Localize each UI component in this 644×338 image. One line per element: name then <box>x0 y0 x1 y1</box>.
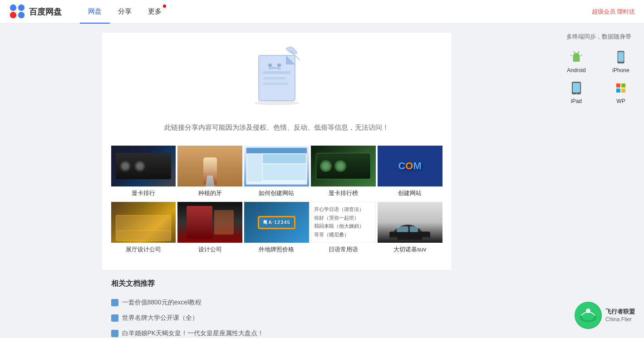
brand-text: 飞行者联盟 China Flier <box>605 308 635 323</box>
thumb-img-website <box>244 146 309 186</box>
iphone-icon <box>614 50 628 64</box>
android-icon <box>569 50 584 64</box>
thumb-item-dental[interactable]: 种植的牙 <box>177 146 242 200</box>
thumb-item-plate[interactable]: 粤A·12345 外地牌照价格 <box>244 202 309 256</box>
thumb-label-com: 创建网站 <box>378 186 442 200</box>
doc-link-2[interactable]: 白羊婚娘PK天蝎女皇！一代女皇星座属性大盘点！ <box>122 329 264 338</box>
doc-link-1[interactable]: 世界名牌大学公开课（全） <box>122 314 198 322</box>
doc-link-0[interactable]: 一套价值8800元的excel教程 <box>122 299 202 307</box>
nav-item-more[interactable]: 更多 <box>140 0 170 24</box>
thumb-img-gpu1 <box>111 146 176 186</box>
device-grid: Android iPhone <box>558 50 639 104</box>
svg-rect-14 <box>422 237 430 240</box>
svg-point-1 <box>18 4 25 10</box>
nav-item-wangpan[interactable]: 网盘 <box>80 0 110 24</box>
error-illustration <box>245 46 309 114</box>
svg-rect-8 <box>263 83 288 85</box>
svg-rect-13 <box>389 237 398 240</box>
thumb-item-japanese[interactable]: 开心学日语（谐音法） 你好（哭你一起挖） 我回来啦（他大姨妈） 哥哥（嗯尼桑） … <box>311 202 376 256</box>
document-error-svg <box>245 46 309 119</box>
svg-rect-16 <box>410 226 418 232</box>
ipad-icon <box>569 81 584 95</box>
svg-point-18 <box>578 54 579 55</box>
doc-item-1[interactable]: 世界名牌大学公开课（全） <box>111 310 442 326</box>
svg-rect-29 <box>621 83 625 88</box>
center-content: 此链接分享内容可能因为涉及侵权、色情、反动、低俗等信息，无法访问！ <box>0 24 553 338</box>
device-ipad[interactable]: iPad <box>558 81 595 104</box>
svg-line-19 <box>574 52 575 54</box>
svg-point-27 <box>576 93 577 94</box>
logo-text: 百度网盘 <box>29 6 62 17</box>
device-wp[interactable]: WP <box>602 81 639 104</box>
thumb-img-design <box>177 202 242 243</box>
logo[interactable]: 百度网盘 <box>9 4 62 20</box>
thumb-label-gpu1: 显卡排行 <box>111 186 176 200</box>
thumb-img-com: COM <box>378 146 442 186</box>
wp-icon <box>614 81 628 95</box>
svg-point-0 <box>10 4 16 10</box>
thumb-item-gpu1[interactable]: 显卡排行 <box>111 146 176 200</box>
wp-label: WP <box>616 98 625 104</box>
svg-rect-15 <box>397 226 408 232</box>
svg-point-9 <box>268 64 272 67</box>
svg-point-2 <box>10 12 16 18</box>
svg-line-20 <box>578 52 580 54</box>
iphone-label: iPhone <box>612 67 629 73</box>
thumb-label-gpu2: 显卡排行榜 <box>311 186 376 200</box>
thumb-img-japanese: 开心学日语（谐音法） 你好（哭你一起挖） 我回来啦（他大姨妈） 哥哥（嗯尼桑） <box>311 202 376 243</box>
svg-rect-22 <box>618 52 624 62</box>
svg-rect-24 <box>620 51 622 52</box>
svg-point-3 <box>18 12 25 18</box>
thumb-label-suv: 大切诺基suv <box>378 243 442 256</box>
thumbnail-grid: 显卡排行 种植的牙 <box>111 146 442 256</box>
thumb-img-dental <box>177 146 242 186</box>
doc-item-2[interactable]: 白羊婚娘PK天蝎女皇！一代女皇星座属性大盘点！ <box>111 326 442 338</box>
bottom-brand: 飞行者联盟 China Flier <box>575 302 635 329</box>
svg-point-23 <box>620 62 621 63</box>
svg-rect-31 <box>621 88 625 93</box>
svg-rect-30 <box>616 88 620 93</box>
thumb-item-com[interactable]: COM 创建网站 <box>378 146 442 200</box>
device-iphone[interactable]: iPhone <box>602 50 639 73</box>
thumb-img-plate: 粤A·12345 <box>244 202 309 243</box>
thumb-label-japanese: 日语常用语 <box>311 243 376 256</box>
thumb-img-showroom <box>111 202 176 243</box>
member-link[interactable]: 超级会员 限时优 <box>592 8 635 16</box>
nav-dot <box>163 5 166 8</box>
right-sidebar: 多终端同步，数据随身带 Android <box>553 24 644 338</box>
svg-rect-7 <box>263 77 286 79</box>
device-android[interactable]: Android <box>558 50 595 73</box>
nav-item-share[interactable]: 分享 <box>110 0 140 24</box>
thumb-item-design[interactable]: 设计公司 <box>177 202 242 256</box>
error-message: 此链接分享内容可能因为涉及侵权、色情、反动、低俗等信息，无法访问！ <box>164 123 389 132</box>
doc-icon-2 <box>111 330 118 337</box>
svg-rect-28 <box>616 83 620 88</box>
doc-icon-1 <box>111 314 118 322</box>
svg-point-11 <box>254 101 300 105</box>
header: 百度网盘 网盘 分享 更多 超级会员 限时优 <box>0 0 644 24</box>
docs-title: 相关文档推荐 <box>111 279 442 289</box>
thumb-img-suv <box>378 202 442 243</box>
thumb-label-plate: 外地牌照价格 <box>244 243 309 256</box>
baidu-pan-logo-icon <box>9 4 25 20</box>
android-label: Android <box>567 67 585 73</box>
thumb-label-dental: 种植的牙 <box>177 186 242 200</box>
thumb-label-design: 设计公司 <box>177 243 242 256</box>
thumb-item-suv[interactable]: 大切诺基suv <box>378 202 442 256</box>
thumb-item-showroom[interactable]: 展厅设计公司 <box>111 202 176 256</box>
thumb-label-website: 如何创建网站 <box>244 186 309 200</box>
svg-rect-6 <box>263 71 290 74</box>
brand-logo <box>575 302 602 329</box>
ipad-label: iPad <box>571 98 582 104</box>
svg-point-10 <box>277 64 281 67</box>
docs-section: 相关文档推荐 一套价值8800元的excel教程 世界名牌大学公开课（全） 白羊… <box>102 279 452 338</box>
thumb-item-gpu2[interactable]: 显卡排行榜 <box>311 146 376 200</box>
doc-item-0[interactable]: 一套价值8800元的excel教程 <box>111 295 442 310</box>
car-svg <box>385 221 435 242</box>
sync-title: 多终端同步，数据随身带 <box>566 33 631 41</box>
main-nav: 网盘 分享 更多 <box>80 0 170 24</box>
thumb-img-gpu2 <box>311 146 376 186</box>
doc-icon-0 <box>111 299 118 306</box>
thumb-item-website[interactable]: 如何创建网站 <box>244 146 309 200</box>
svg-rect-26 <box>573 83 580 93</box>
